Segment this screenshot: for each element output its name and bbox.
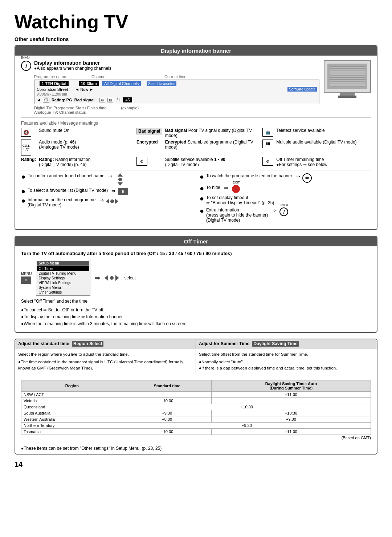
menu-item-off-timer: Off Timer (37, 266, 89, 271)
tr-region-4: South Australia (21, 410, 123, 416)
table-row: Tasmania +10:00 +11:00 (21, 429, 371, 435)
multi-audio-icon: I/II (262, 140, 273, 148)
tr-dst-4: +10:30 (211, 410, 371, 416)
separator-1 (21, 117, 371, 118)
oft-notes: ●To cancel ⇒ Set to "Off" or turn the TV… (21, 307, 371, 328)
ctrl-hide: ● To hide ⇒ EXIT (200, 185, 371, 193)
info-banner-subtitle: ●Also appears when changing channels (34, 66, 111, 71)
example-label: (example) (121, 106, 139, 110)
tr-region-3: Queensland (21, 404, 123, 410)
dpad-updown-icon (115, 173, 126, 186)
ch-time: 10:30am (79, 81, 99, 86)
btn-info-icon: i (279, 207, 288, 216)
channel-info-box: 1 TEN Digital 10:30am All Digital Channe… (34, 80, 319, 104)
channel-label: Channel (91, 74, 106, 79)
menu-item-viera: VIERA Link Settings (37, 280, 89, 285)
digital-tv-note: Digital TV: Programme Start / Finish tim… (34, 106, 106, 110)
encrypted-text: Encrypted Scrambled programme (Digital T… (165, 140, 260, 150)
tr-qld-note: +10:00 (123, 404, 371, 410)
adjust-headers: Adjust the standard time Region Select A… (15, 339, 377, 348)
btn-ok-icon: OK (302, 173, 312, 183)
oft-note-3: ●When the remaining time is within 3 min… (21, 320, 371, 327)
page-number: 14 (15, 460, 377, 469)
ctrl-next-sub: (Digital TV mode) (28, 202, 61, 207)
dst-note2: ●If there is a gap between displayed tim… (199, 365, 374, 371)
bad-signal-icon: Bad signal (136, 128, 162, 134)
dst-note1: ●Normally select "Auto". (199, 359, 374, 365)
teletext-text: Teletext service available (276, 128, 371, 133)
dst-text: Select time offset from the standard tim… (199, 351, 374, 358)
ch-bad-signal: Bad signal (74, 98, 95, 102)
bad-signal-text: Bad signal Poor TV signal quality (Digit… (165, 128, 260, 138)
tr-region-7: Tasmania (21, 429, 123, 435)
page-container: Watching TV Other useful functions Displ… (15, 11, 377, 469)
off-timer-content: Turn the TV off automatically after a fi… (15, 246, 377, 332)
region-text: Select the region where you live to adju… (18, 351, 193, 358)
setup-menu-mockup: Setup Menu Off Timer Digital TV Tuning M… (36, 260, 90, 296)
ch-rating-arrow: ◄ (37, 98, 41, 102)
display-banner-box: Display information banner INFO i Displa… (15, 45, 377, 230)
oft-select-control: – select (105, 273, 135, 283)
off-timer-title: Off Timer (15, 237, 377, 246)
tr-region-5: Western Australia (21, 416, 123, 423)
tr-std-2: +10:00 (123, 398, 211, 404)
th-dst: Daylight Saving Time: Auto(During Summer… (211, 380, 371, 392)
btn-b-icon: B (118, 188, 128, 195)
menu-btn: ≡ (21, 276, 31, 284)
info-description: Display information banner ●Also appears… (34, 60, 111, 73)
audio-mode-icon: CD,I,II,▽ (21, 140, 31, 156)
based-on-gmt: (Based on GMT) (21, 436, 371, 440)
controls-left: ● To confirm another tuned channel name … (21, 173, 192, 225)
table-row: Northern Territory +9:30 (21, 423, 371, 429)
off-timer-remaining-text: Off Timer remaining time●For settings ⇒ … (276, 157, 371, 167)
dst-header-cell: Adjust for Summer Time Daylight Saving T… (196, 339, 377, 348)
ch-time-range: 9:00am - 11:00 am (37, 92, 317, 96)
btn-exit-icon (232, 185, 240, 193)
features-label: Features available / Message meanings (21, 121, 371, 126)
tr-std-7: +10:00 (123, 429, 211, 435)
th-standard: Standard time (123, 380, 211, 392)
info-icon: i (21, 61, 31, 71)
ctrl-watch-text: To watch the programme listed in the ban… (206, 173, 292, 178)
ctrl-arrow-2: ⇒ (111, 188, 116, 194)
oft-setup-note: Select "Off Timer" and set the time (21, 299, 371, 304)
oft-steps: MENU ≡ Setup Menu Off Timer Digital TV T… (21, 260, 371, 296)
menu-item-digital-tv: Digital TV Tuning Menu (37, 271, 89, 276)
channel-notes: Digital TV: Programme Start / Finish tim… (34, 106, 319, 110)
ch-all: All Digital Channels (102, 81, 141, 86)
table-row: NSW / ACT +11:00 (21, 392, 371, 398)
region-highlight: Region Select (72, 341, 103, 347)
tz-table: Region Standard time Daylight Saving Tim… (21, 380, 371, 435)
oft-arrow: ⇒ (95, 274, 100, 282)
dst-highlight: Daylight Saving Time (252, 341, 299, 347)
tr-region-2: Victoria (21, 398, 123, 404)
channel-display-area: Programme name Channel Current time 1 TE… (34, 74, 319, 114)
ctrl-arrow-1: ⇒ (108, 173, 113, 179)
select-label: – select (121, 275, 135, 280)
menu-item-display: Display Settings (37, 276, 89, 280)
tr-dst-7: +11:00 (211, 429, 371, 435)
dst-header-text: Adjust for Summer Time (199, 341, 249, 346)
region-note1: ●The time contained in the broadcast sig… (18, 359, 193, 372)
oft-main-title: Turn the TV off automatically after a fi… (21, 251, 371, 256)
display-banner-content: INFO i Display information banner ●Also … (15, 56, 377, 229)
info-btn-label: INFO (281, 203, 289, 207)
tr-nt-note: +9:30 (123, 423, 371, 429)
prog-name-label: Programme name (34, 74, 66, 79)
ch-separator: I/II (115, 98, 119, 102)
tr-region-1: NSW / ACT (21, 392, 123, 398)
ch-num: 45 (123, 97, 132, 102)
tr-std-5: +8:00 (123, 416, 211, 423)
ch-software: Software update (287, 87, 317, 92)
ch-now: ◄ Now ► (75, 87, 93, 92)
ch-info-icon: ⓘ (43, 97, 49, 103)
channel-labels-row: Programme name Channel Current time (34, 74, 319, 79)
table-row: Western Australia +8:00 +9:00 (21, 416, 371, 423)
menu-label: MENU (21, 272, 32, 276)
oft-note-1: ●To cancel ⇒ Set to "Off" or turn the TV… (21, 307, 371, 314)
ctrl-arrow-4: ⇒ (296, 173, 300, 179)
separator-2 (21, 170, 371, 170)
ch-name: 1 TEN Digital (40, 81, 69, 86)
ctrl-timeout-text: To set display timeout (206, 195, 248, 200)
off-timer-box: Off Timer Turn the TV off automatically … (15, 236, 377, 333)
